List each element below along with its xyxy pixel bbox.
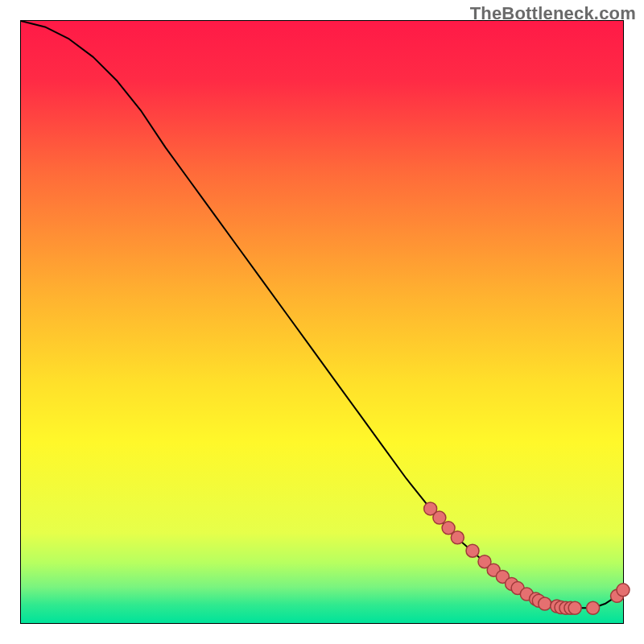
chart-marker bbox=[433, 511, 446, 524]
chart-stage: TheBottleneck.com bbox=[0, 0, 644, 644]
plot-background bbox=[21, 21, 623, 623]
chart-marker bbox=[466, 544, 479, 557]
chart-marker bbox=[451, 531, 464, 544]
chart-marker bbox=[617, 584, 630, 597]
chart-marker bbox=[568, 601, 581, 614]
bottleneck-chart bbox=[0, 0, 644, 644]
chart-marker bbox=[587, 601, 600, 614]
chart-marker bbox=[539, 597, 551, 610]
